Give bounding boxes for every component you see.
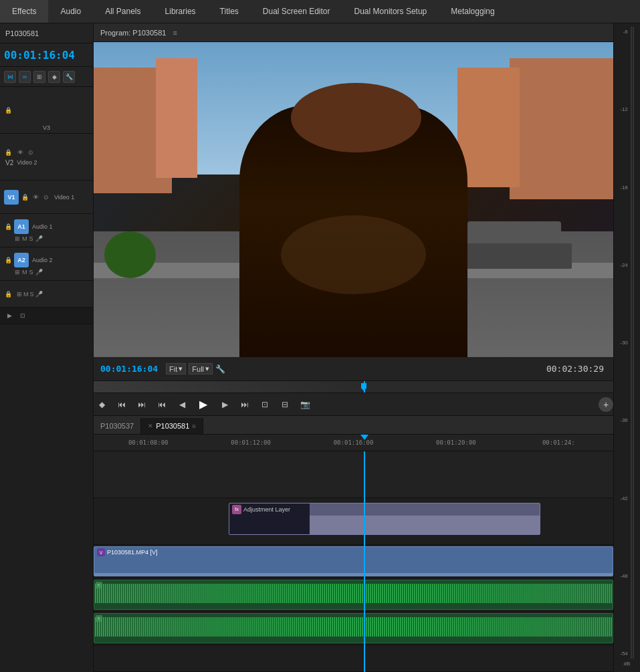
camera-btn[interactable]: 📷 xyxy=(297,397,313,413)
video-clip-icon: V xyxy=(97,548,105,556)
menu-bar: Effects Audio All Panels Libraries Title… xyxy=(0,0,640,23)
program-monitor: Program: P1030581 ≡ xyxy=(94,23,613,416)
ruler-timecodes: 00:01:08:00 00:01:12:00 00:01:16:00 00:0… xyxy=(94,439,613,446)
step-back-btn[interactable]: ⏮ xyxy=(154,397,170,413)
step-fwd-btn[interactable]: ⏭ xyxy=(237,397,253,413)
main-area: P1030581 00:01:16:04 ⋈ ∞ ⊞ ◆ 🔧 🔒 V3 xyxy=(0,23,640,672)
lp-play-btn[interactable]: ▶ xyxy=(4,310,15,321)
adjustment-layer-label: Adjustment Layer xyxy=(243,506,290,513)
snap-tool[interactable]: ⋈ xyxy=(4,71,16,83)
ruler-playhead-marker xyxy=(360,435,368,440)
v2-eye[interactable]: 👁 xyxy=(15,148,25,157)
monitor-wrench[interactable]: 🔧 xyxy=(215,364,225,374)
video-clip-bar xyxy=(94,573,613,576)
menu-item-titles[interactable]: Titles xyxy=(208,0,251,23)
level-label-24: -24 xyxy=(620,262,629,268)
v3-lock[interactable]: 🔒 xyxy=(4,106,12,114)
audio-waveform-2 xyxy=(94,617,613,637)
tab-p1030581[interactable]: ✕ P1030581 ≡ xyxy=(141,418,203,434)
audio-clip-1[interactable]: A xyxy=(94,580,613,609)
a2-indicator[interactable]: A2 xyxy=(14,253,29,267)
v1-eye[interactable]: 👁 xyxy=(31,193,40,202)
timeline-tabs: P1030537 ✕ P1030581 ≡ xyxy=(94,416,613,435)
track-tools: ⋈ ∞ ⊞ ◆ 🔧 xyxy=(0,67,93,87)
video-clip[interactable]: V P1030581.MP4 [V] xyxy=(94,546,613,576)
tab-menu[interactable]: ≡ xyxy=(192,423,196,430)
fit-selector[interactable]: Fit ▾ xyxy=(166,363,186,374)
v1-lock[interactable]: 🔒 xyxy=(21,193,29,201)
settings-tool[interactable]: 🔧 xyxy=(63,71,75,83)
playback-controls: ◆ ⏮ ⏭ ⏮ ◀ ▶ ▶ ⏭ ⊡ ⊟ 📷 + xyxy=(94,393,613,415)
tab-close[interactable]: ✕ xyxy=(148,423,153,429)
video-clip-label: P1030581.MP4 [V] xyxy=(107,549,158,556)
a2-name: Audio 2 xyxy=(32,257,53,263)
add-track[interactable]: ⊞ xyxy=(33,71,45,83)
menu-item-effects[interactable]: Effects xyxy=(0,0,48,23)
quality-selector[interactable]: Full ▾ xyxy=(189,363,213,374)
level-label-30: -30 xyxy=(620,340,629,346)
menu-item-audio[interactable]: Audio xyxy=(48,0,93,23)
a1-indicator[interactable]: A1 xyxy=(14,219,29,234)
monitor-controls: 00:01:16:04 Fit ▾ Full ▾ 🔧 00:02:30:29 xyxy=(94,357,613,380)
marker-in-btn[interactable]: ◆ xyxy=(94,397,110,413)
levels-meter: -6 -12 -18 -24 -30 -36 -42 -48 -54 xyxy=(614,23,640,672)
step-frame-back-btn[interactable]: ◀ xyxy=(174,397,190,413)
track-header-v2: 🔒 👁 ⊙ V2 Video 2 xyxy=(0,134,93,181)
a1-lock[interactable]: 🔒 xyxy=(4,223,12,231)
ruler-mark-0: 00:01:08:00 xyxy=(97,439,199,446)
menu-item-dual-monitors[interactable]: Dual Monitors Setup xyxy=(342,0,439,23)
track-v2-content: fx Adjustment Layer xyxy=(94,498,613,545)
scrub-bar[interactable] xyxy=(94,380,613,393)
v2-label: V2 xyxy=(5,159,13,166)
menu-item-all-panels[interactable]: All Panels xyxy=(93,0,152,23)
a1-name: Audio 1 xyxy=(32,223,53,230)
go-to-in-btn[interactable]: ⏮ xyxy=(114,397,130,413)
timeline-ruler[interactable]: 00:01:08:00 00:01:12:00 00:01:16:00 00:0… xyxy=(94,435,613,451)
level-label-6: -6 xyxy=(620,29,629,35)
track-header-a3: 🔒 ⊞ M S 🎤 xyxy=(0,281,93,308)
audio-clip-2[interactable]: A xyxy=(94,613,613,643)
play-btn[interactable]: ▶ xyxy=(194,395,213,414)
a3-lock[interactable]: 🔒 xyxy=(4,290,12,298)
video-frame xyxy=(94,42,613,357)
add-monitor-btn[interactable]: + xyxy=(599,397,613,412)
menu-item-dual-screen[interactable]: Dual Screen Editor xyxy=(251,0,342,23)
v2-track-content: fx Adjustment Layer xyxy=(94,498,613,544)
timeline-section: P1030537 ✕ P1030581 ≡ 00:01:08:00 00:01:… xyxy=(94,416,613,672)
sequence-name: P1030581 xyxy=(0,23,93,43)
a2-track-content: A xyxy=(94,612,613,645)
menu-item-metalogging[interactable]: Metalogging xyxy=(439,0,506,23)
v1-eye2[interactable]: ⊙ xyxy=(41,193,51,202)
video-placeholder xyxy=(94,42,613,357)
insert-btn[interactable]: ⊡ xyxy=(257,397,273,413)
scrub-progress xyxy=(94,381,364,393)
db-label: dB xyxy=(624,661,631,669)
a2-lock[interactable]: 🔒 xyxy=(4,256,12,264)
level-label-18: -18 xyxy=(620,185,629,191)
timecode-display: 00:01:16:04 xyxy=(4,49,75,62)
v3-label: V3 xyxy=(43,124,50,131)
adjustment-layer-clip[interactable]: fx Adjustment Layer xyxy=(229,503,540,535)
marker-tool[interactable]: ◆ xyxy=(48,71,60,83)
level-label-42: -42 xyxy=(620,495,629,501)
audio-waveform-1 xyxy=(94,584,613,603)
timeline-content: 00:01:08:00 00:01:12:00 00:01:16:00 00:0… xyxy=(94,435,613,672)
go-to-out-btn[interactable]: ⏭ xyxy=(134,397,150,413)
monitor-menu-icon[interactable]: ≡ xyxy=(173,29,177,37)
monitor-title: Program: P1030581 xyxy=(100,29,166,37)
v2-lock[interactable]: 🔒 xyxy=(4,148,12,156)
track-a3-content xyxy=(94,645,613,672)
overwrite-btn[interactable]: ⊟ xyxy=(277,397,293,413)
track-a1-content: A xyxy=(94,578,613,612)
tab-p1030537[interactable]: P1030537 xyxy=(94,418,141,434)
v2-eye2[interactable]: ⊙ xyxy=(26,148,35,157)
v3-track-content xyxy=(94,451,613,497)
monitor-timecode-right: 00:02:30:29 xyxy=(546,364,604,374)
menu-item-libraries[interactable]: Libraries xyxy=(153,0,208,23)
lp-settings-btn[interactable]: ⊡ xyxy=(17,310,28,321)
level-label-12: -12 xyxy=(620,106,629,112)
v1-indicator[interactable]: V1 xyxy=(4,190,19,205)
linked-selection[interactable]: ∞ xyxy=(19,71,31,83)
step-frame-fwd-btn[interactable]: ▶ xyxy=(217,397,233,413)
track-header-a1: 🔒 A1 Audio 1 ⊞ M S 🎤 xyxy=(0,214,93,247)
